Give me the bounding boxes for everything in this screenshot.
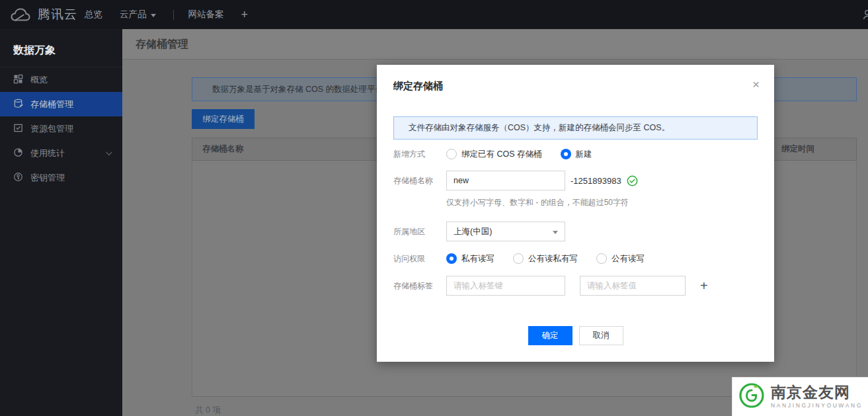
brand-name: 腾讯云 [38, 6, 77, 23]
top-menu: 总览 云产品 网站备案 + [85, 0, 265, 29]
cancel-button[interactable]: 取消 [579, 326, 623, 345]
top-navbar: 腾讯云 总览 云产品 网站备案 + [0, 0, 868, 29]
pagination-total: 共 0 项 [195, 405, 221, 416]
region-select[interactable]: 上海(中国) [446, 222, 565, 241]
watermark-en-text: NANJINGJINYOUWANG [771, 402, 863, 409]
bind-bucket-button[interactable]: 绑定存储桶 [192, 109, 255, 129]
radio-create-new[interactable]: 新建 [561, 149, 592, 160]
form-row-tags: 存储桶标签 + [393, 276, 758, 296]
radio-off-icon [596, 253, 607, 264]
chevron-down-icon[interactable] [106, 149, 112, 155]
field-label: 所属地区 [393, 226, 446, 237]
cos-info-banner: 文件存储由对象存储服务（COS）支持，新建的存储桶会同步至 COS。 [393, 116, 758, 140]
sidebar-item-overview[interactable]: 概览 [0, 67, 122, 92]
bucket-name-helper-text: 仅支持小写字母、数字和 - 的组合，不能超过50字符 [446, 197, 629, 208]
bind-bucket-modal: 绑定存储桶 × 文件存储由对象存储服务（COS）支持，新建的存储桶会同步至 CO… [377, 65, 774, 362]
sidebar-item-usage-stats[interactable]: 使用统计 [0, 141, 122, 165]
field-label: 存储桶名称 [393, 175, 446, 187]
radio-public-read-private-write[interactable]: 公有读私有写 [513, 253, 578, 265]
radio-private-rw[interactable]: 私有读写 [446, 253, 494, 265]
form-row-bucket-name: 存储桶名称 -1251893983 [393, 171, 758, 190]
account-icon[interactable] [863, 8, 868, 21]
sidebar-service-title: 数据万象 [0, 29, 122, 67]
modal-title: 绑定存储桶 [393, 80, 443, 93]
cloud-logo-icon [9, 7, 32, 22]
package-icon [13, 123, 23, 135]
sidebar-item-resource-pack[interactable]: 资源包管理 [0, 116, 122, 141]
nav-item-overview[interactable]: 总览 [85, 9, 102, 21]
field-label: 访问权限 [393, 253, 446, 265]
form-row-region: 所属地区 上海(中国) [393, 222, 758, 241]
valid-check-icon [627, 175, 638, 187]
field-label: 新增方式 [393, 149, 446, 160]
nav-item-icp[interactable]: 网站备案 [188, 9, 224, 21]
pie-chart-icon [13, 147, 23, 159]
radio-bind-existing-cos[interactable]: 绑定已有 COS 存储桶 [446, 149, 542, 160]
sidebar-item-key-management[interactable]: 密钥管理 [0, 165, 122, 190]
sidebar-item-bucket-management[interactable]: 存储桶管理 [0, 92, 122, 116]
radio-on-icon [446, 253, 457, 264]
tencent-cloud-logo[interactable]: 腾讯云 [9, 0, 77, 29]
chevron-down-icon [151, 14, 156, 17]
bucket-icon [13, 99, 23, 110]
radio-off-icon [513, 253, 524, 264]
column-bind-time: 绑定时间 [781, 138, 856, 160]
radio-on-icon [561, 149, 571, 159]
key-icon [13, 172, 23, 184]
form-row-add-mode: 新增方式 绑定已有 COS 存储桶 新建 [393, 147, 758, 161]
modal-footer: 确定 取消 [377, 326, 774, 345]
radio-off-icon [446, 149, 457, 159]
tag-value-input[interactable] [580, 276, 686, 296]
add-tag-icon[interactable]: + [700, 278, 708, 294]
form-row-access: 访问权限 私有读写 公有读私有写 公有读写 [393, 252, 758, 265]
radio-public-rw[interactable]: 公有读写 [596, 253, 645, 265]
nav-divider [173, 10, 174, 20]
overview-grid-icon [13, 74, 23, 86]
nav-add-tab-button[interactable]: + [241, 8, 249, 22]
close-icon[interactable]: × [752, 78, 760, 91]
nav-item-products[interactable]: 云产品 [120, 9, 156, 21]
watermark-cn-text: 南京金友网 [771, 385, 863, 400]
sidebar: 数据万象 概览 存储桶管理 资源包管理 使用统计 密钥管理 [0, 29, 122, 416]
confirm-button[interactable]: 确定 [528, 326, 572, 345]
tag-key-input[interactable] [446, 276, 565, 296]
watermark-badge: 南京金友网 NANJINGJINYOUWANG [732, 377, 868, 416]
bucket-name-input[interactable] [446, 171, 565, 190]
field-label: 存储桶标签 [393, 280, 446, 292]
watermark-logo-icon [738, 382, 766, 412]
select-caret-icon [553, 231, 558, 234]
appid-suffix: -1251893983 [571, 176, 621, 186]
page-title: 存储桶管理 [122, 29, 868, 60]
